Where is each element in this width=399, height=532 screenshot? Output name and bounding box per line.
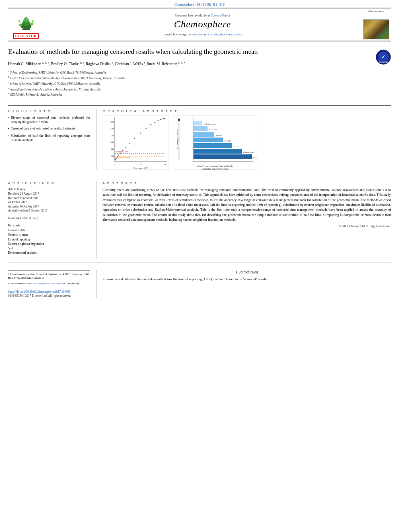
accepted-date: Accepted 6 October 2017 (8, 205, 90, 209)
svg-point-38 (150, 124, 152, 125)
svg-point-37 (146, 128, 147, 129)
svg-text:100: 100 (163, 163, 167, 166)
svg-text:50: 50 (140, 163, 142, 166)
journal-reference: Chemosphere 191 (2018) 412–416 (0, 0, 399, 8)
journal-header: ELSEVIER Contents lists available at Sci… (8, 8, 391, 41)
article-title: Evaluation of methods for managing censo… (8, 47, 391, 57)
keyword-3: Limit of reporting (8, 237, 90, 242)
doi-link[interactable]: https://doi.org/10.1016/j.chemosphere.20… (8, 290, 70, 294)
keywords-list: Censored data Geometric mean Limit of re… (8, 228, 90, 255)
journal-name: Chemosphere (174, 19, 231, 30)
elsevier-tree-icon (14, 16, 38, 33)
svg-text:160: 160 (110, 121, 114, 123)
svg-rect-63 (193, 138, 223, 142)
svg-rect-57 (193, 154, 252, 159)
journal-thumb-label: Chemosphere (368, 10, 384, 13)
graphical-abstract-column: G R A P H I C A L A B S T R A C T 160 14… (97, 109, 391, 170)
issn-text: 0045-6535/© 2017 Elsevier Ltd. All right… (8, 294, 90, 298)
revised-label: Received in revised form (8, 196, 90, 201)
footnote-divider (8, 270, 90, 271)
svg-text:100: 100 (110, 141, 114, 144)
highlight-item-2: • Censored data methods tested on real s… (8, 126, 90, 131)
svg-point-43 (163, 118, 165, 119)
revised-date: 4 October 2017 (8, 200, 90, 205)
svg-text:Simulated LOR: Simulated LOR (115, 150, 130, 153)
crossmark-icon: ✓ CrossMark (376, 49, 391, 65)
keyword-6: Environmental analysis (8, 251, 90, 255)
handling-editor: Handling Editor: A. Gies (8, 216, 90, 221)
svg-rect-67 (193, 126, 208, 131)
svg-text:60: 60 (111, 155, 114, 157)
svg-text:0.5×LOR: 0.5×LOR (209, 129, 217, 131)
svg-point-4 (24, 17, 28, 20)
svg-point-33 (125, 147, 127, 148)
article-history-block: Article history: Received 21 August 2017… (8, 187, 90, 213)
svg-point-34 (130, 143, 131, 144)
handling-editor-block: Handling Editor: A. Gies (8, 216, 90, 221)
svg-point-44 (165, 118, 166, 119)
svg-point-35 (134, 138, 136, 139)
affiliations: a School of Engineering, RMIT University… (8, 70, 391, 97)
available-date: Available online 8 October 2017 (8, 209, 90, 213)
keyword-2: Geometric mean (8, 232, 90, 237)
introduction-column: 1. Introduction Environmental datasets o… (97, 270, 391, 298)
svg-point-42 (162, 119, 163, 120)
footnote-email: E-mail address: suzie.reichman@rmit.edu.… (8, 282, 90, 286)
svg-text:estimation of geometric mean: estimation of geometric mean (202, 168, 228, 170)
introduction-title: 1. Introduction (103, 270, 391, 274)
elsevier-logo-block: ELSEVIER (8, 8, 44, 41)
footnotes-column: * Corresponding author. School of Engine… (8, 270, 97, 298)
svg-point-30 (118, 155, 119, 156)
svg-rect-69 (193, 121, 202, 125)
svg-point-7 (18, 20, 21, 23)
crossmark-badge: ✓ CrossMark (376, 49, 391, 66)
svg-point-6 (30, 23, 33, 25)
elsevier-brand-text: ELSEVIER (13, 33, 39, 39)
doi-section: https://doi.org/10.1016/j.chemosphere.20… (8, 290, 90, 298)
svg-text:✓: ✓ (381, 54, 385, 60)
authors: Hannah G. Mikkonen a, b, e, Bradley O. C… (8, 61, 391, 67)
homepage-url[interactable]: www.elsevier.com/locate/chemosphere (189, 32, 243, 36)
svg-rect-65 (193, 132, 214, 137)
bullet-icon: • (8, 127, 9, 131)
svg-text:80: 80 (111, 148, 114, 150)
svg-point-8 (32, 20, 34, 23)
svg-point-39 (154, 122, 156, 123)
svg-point-41 (160, 119, 161, 120)
keyword-4: Nearest neighbour imputation (8, 242, 90, 246)
article-header-section: ✓ CrossMark Evaluation of methods for ma… (0, 41, 399, 102)
journal-cover-image (363, 19, 389, 39)
bullet-icon: • (8, 134, 9, 138)
svg-text:2×LOR: 2×LOR (224, 140, 231, 142)
svg-text:1×LOR: 1×LOR (216, 134, 222, 136)
svg-text:CrossMark: CrossMark (378, 61, 389, 63)
highlights-label: H I G H L I G H T S (8, 109, 90, 113)
footnote-corresponding: * Corresponding author. School of Engine… (8, 273, 90, 281)
svg-text:0: 0 (114, 163, 115, 166)
received-date: Received 21 August 2017 (8, 192, 90, 196)
email-link[interactable]: suzie.reichman@rmit.edu.au (27, 282, 59, 285)
svg-text:Increasing accuracy: Increasing accuracy (176, 130, 179, 149)
graphical-abstract-label: G R A P H I C A L A B S T R A C T (103, 109, 391, 113)
svg-point-5 (19, 24, 22, 27)
bullet-icon: • (8, 116, 9, 120)
graphical-abstract-content: 160 140 120 100 80 60 0 50 100 Frequency… (103, 115, 391, 170)
scatter-chart: 160 140 120 100 80 60 0 50 100 Frequency… (103, 115, 169, 170)
svg-text:MLE: MLE (234, 146, 238, 148)
svg-text:120: 120 (110, 134, 114, 137)
page: Chemosphere 191 (2018) 412–416 ELSEVIER (0, 0, 399, 532)
journal-ref-text: Chemosphere 191 (2018) 412–416 (174, 2, 224, 6)
bar-chart: Mean % bias of censored data method for … (173, 115, 257, 170)
highlights-graphical-section: H I G H L I G H T S • Diverse range of c… (8, 109, 391, 170)
svg-text:Mean % bias of censored data m: Mean % bias of censored data method for (197, 165, 234, 167)
keywords-label: Keywords: (8, 224, 90, 227)
svg-point-40 (158, 120, 159, 121)
keywords-block: Keywords: Censored data Geometric mean L… (8, 224, 90, 255)
svg-text:Frequency (%): Frequency (%) (134, 167, 148, 170)
sciencedirect-link[interactable]: ScienceDirect (211, 13, 230, 17)
svg-text:Near zero: Near zero (253, 157, 257, 159)
abstract-text: Currently, there are conflicting views o… (103, 187, 391, 222)
article-history-label: Article history: (8, 187, 90, 191)
svg-rect-61 (193, 143, 232, 148)
highlight-item-3: • Substitution of half the limit of repo… (8, 134, 90, 142)
